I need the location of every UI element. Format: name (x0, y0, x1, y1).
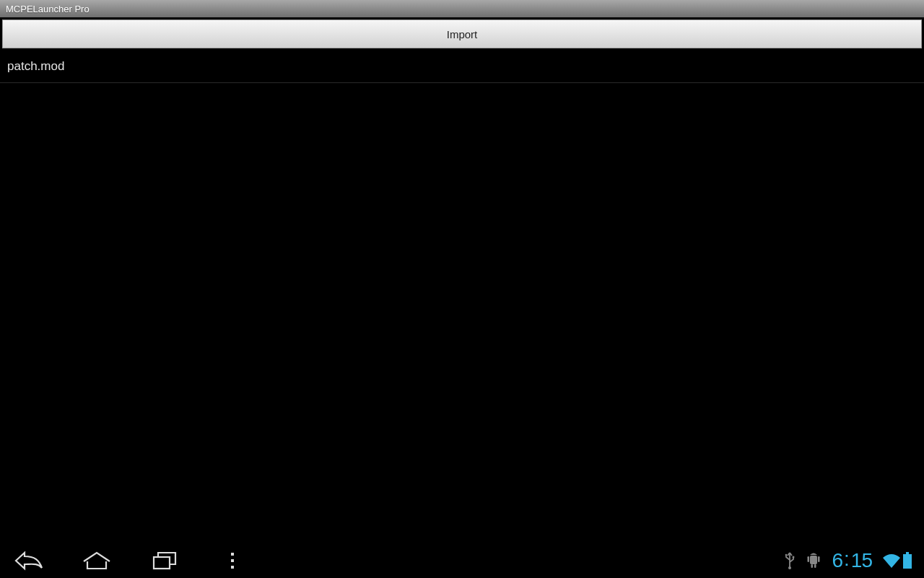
wifi-icon (882, 553, 901, 569)
import-button-label: Import (447, 28, 478, 40)
battery-icon (902, 552, 912, 569)
svg-rect-0 (154, 557, 170, 569)
app-title: MCPELauncher Pro (6, 4, 90, 14)
svg-rect-6 (818, 556, 820, 562)
svg-rect-5 (808, 556, 810, 562)
clock[interactable]: 6:15 (832, 551, 872, 571)
back-icon (14, 551, 43, 571)
menu-dots-icon (231, 553, 234, 569)
svg-point-1 (788, 566, 791, 569)
status-area: 6:15 (784, 551, 917, 571)
svg-rect-8 (814, 564, 816, 568)
nav-left (7, 543, 250, 578)
list-item-label: patch.mod (7, 59, 64, 73)
home-icon (82, 551, 111, 570)
back-button[interactable] (12, 543, 46, 578)
recent-apps-button[interactable] (147, 543, 182, 578)
svg-rect-10 (903, 554, 912, 569)
android-debug-icon (806, 552, 821, 569)
svg-rect-7 (811, 564, 814, 568)
svg-point-2 (785, 554, 788, 556)
titlebar: MCPELauncher Pro (0, 0, 924, 17)
toolbar: Import (0, 17, 924, 51)
svg-rect-4 (810, 556, 817, 564)
recent-apps-icon (152, 551, 177, 570)
svg-rect-9 (906, 552, 909, 554)
import-button[interactable]: Import (2, 20, 922, 48)
svg-rect-3 (793, 556, 795, 558)
menu-button[interactable] (215, 543, 250, 578)
list-item[interactable]: patch.mod (0, 51, 924, 83)
mod-list: patch.mod (0, 51, 924, 83)
clock-colon: : (844, 549, 849, 569)
system-navbar: 6:15 (0, 543, 924, 578)
usb-icon (784, 551, 796, 570)
clock-hours: 6 (832, 551, 842, 571)
clock-minutes: 15 (851, 551, 872, 571)
home-button[interactable] (79, 543, 114, 578)
